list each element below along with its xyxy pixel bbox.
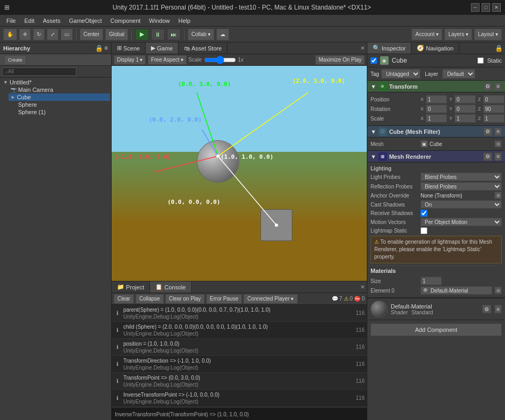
center-btn[interactable]: Center — [80, 29, 103, 40]
menu-assets[interactable]: Assets — [39, 16, 65, 25]
log-item[interactable]: ℹ TransformPoint => (0.0, 3.0, 0.0) Unit… — [112, 373, 367, 390]
transform-settings-btn[interactable]: ⚙ — [483, 82, 492, 91]
console-log-list[interactable]: ℹ parent(Sphere) = (1.0, 0.0, 0.0)(0.0, … — [112, 305, 367, 408]
tab-game[interactable]: ▶ Game — [146, 42, 179, 54]
pause-button[interactable]: ⏸ — [151, 29, 165, 40]
collab-btn[interactable]: Collab ▾ — [188, 29, 214, 40]
layers-btn[interactable]: Layers ▾ — [444, 29, 472, 40]
motion-vectors-dropdown[interactable]: Per Object Motion — [420, 218, 502, 226]
tab-asset-store[interactable]: 🛍 Asset Store — [179, 42, 228, 54]
sphere-object[interactable] — [197, 140, 239, 183]
rotation-y[interactable] — [454, 105, 476, 113]
transform-context-btn[interactable]: ≡ — [494, 82, 502, 91]
tab-console[interactable]: 📋 Console — [150, 281, 191, 293]
global-btn[interactable]: Global — [105, 29, 128, 40]
position-y[interactable] — [454, 95, 476, 104]
menu-component[interactable]: Component — [106, 16, 145, 25]
anchor-target-icon[interactable]: ⊙ — [494, 192, 502, 199]
rotation-z[interactable] — [483, 105, 504, 113]
light-probes-row: Light Probes Blend Probes — [371, 173, 502, 181]
log-item[interactable]: ℹ InverseTransformPoint => (-1.0, 0.0, 0… — [112, 390, 367, 407]
receive-shadows-checkbox[interactable] — [420, 210, 427, 217]
clear-btn[interactable]: Clear — [114, 294, 134, 304]
inspector-lock-btn[interactable]: 🔒 — [495, 45, 503, 52]
log-item[interactable]: ℹ child (Sphere) = (2.0, 0.0, 0.0)(0.0, … — [112, 322, 367, 339]
display-select[interactable]: Display 1 ▾ — [114, 55, 146, 65]
maximize-btn[interactable]: Maximize On Play — [315, 55, 365, 65]
log-item[interactable]: ℹ position = (1.0, 1.0, 0.0) UnityEngine… — [112, 339, 367, 356]
create-btn[interactable]: Create — [4, 55, 26, 65]
menu-help[interactable]: Help — [174, 16, 195, 25]
hierarchy-menu[interactable]: ≡ — [105, 45, 108, 52]
tree-item-untitled[interactable]: ▼ Untitled* — [1, 79, 110, 86]
scale-z[interactable] — [483, 114, 504, 123]
position-x[interactable] — [426, 95, 447, 104]
hand-tool[interactable]: ✋ — [3, 29, 17, 40]
rotation-x[interactable] — [426, 105, 447, 113]
static-checkbox[interactable] — [477, 57, 484, 64]
meshfilter-context-btn[interactable]: ≡ — [494, 127, 502, 136]
menu-window[interactable]: Window — [145, 16, 174, 25]
scene-viewport[interactable]: (0.0, 3.0, 0.0) (2.0, 3.0, 0.0) (0.0, 2.… — [112, 66, 367, 281]
console-close-icon[interactable]: ✕ — [360, 284, 365, 290]
meshfilter-header[interactable]: ▼ ⬡ Cube (Mesh Filter) ⚙ ≡ — [367, 126, 505, 138]
scale-x[interactable] — [426, 114, 447, 123]
move-tool[interactable]: ✛ — [19, 29, 31, 40]
menu-gameobject[interactable]: GameObject — [65, 16, 106, 25]
account-btn[interactable]: Account ▾ — [411, 29, 442, 40]
hierarchy-lock[interactable]: 🔒 — [95, 45, 103, 52]
material-context-btn[interactable]: ≡ — [494, 305, 502, 313]
add-component-btn[interactable]: Add Component — [371, 323, 502, 336]
rotate-tool[interactable]: ↻ — [33, 29, 45, 40]
tab-inspector[interactable]: 🔍 Inspector — [367, 42, 411, 54]
connected-player-btn[interactable]: Connected Player ▾ — [243, 294, 297, 304]
meshrenderer-context-btn[interactable]: ≡ — [494, 152, 502, 161]
meshrenderer-header[interactable]: ▼ ▦ Mesh Renderer ⚙ ≡ — [367, 151, 505, 162]
close-button[interactable]: ✕ — [492, 3, 501, 12]
tab-project[interactable]: 📁 Project — [112, 281, 150, 293]
transform-header[interactable]: ▼ ⊕ Transform ⚙ ≡ — [367, 81, 505, 92]
scale-tool[interactable]: ⤢ — [47, 29, 58, 40]
play-button[interactable]: ▶ — [135, 29, 149, 40]
cloud-btn[interactable]: ☁ — [216, 29, 229, 40]
tab-navigation[interactable]: 🧭 Navigation — [411, 42, 459, 54]
log-item[interactable]: ℹ parent(Sphere) = (1.0, 0.0, 0.0)(0.0, … — [112, 305, 367, 322]
materials-size[interactable] — [420, 277, 442, 285]
material-settings-btn[interactable]: ⚙ — [482, 305, 491, 313]
scale-y[interactable] — [454, 114, 476, 123]
tab-scene[interactable]: ⊞ Scene — [112, 42, 146, 54]
tag-dropdown[interactable]: Untagged — [381, 69, 420, 79]
scene-close-icon[interactable]: ✕ — [360, 45, 365, 51]
step-button[interactable]: ⏭ — [167, 29, 181, 40]
tree-item-cube[interactable]: ► Cube — [9, 93, 110, 101]
maximize-button[interactable]: □ — [482, 3, 490, 12]
tree-item-sphere1[interactable]: Sphere (1) — [16, 108, 110, 116]
position-z[interactable] — [483, 95, 504, 104]
layout-btn[interactable]: Layout ▾ — [474, 29, 502, 40]
error-pause-btn[interactable]: Error Pause — [206, 294, 242, 304]
rect-tool[interactable]: ▭ — [61, 29, 73, 40]
clear-on-play-btn[interactable]: Clear on Play — [165, 294, 205, 304]
log-item[interactable]: ℹ TransformDirection => (-1.0, 1.0, 0.0)… — [112, 356, 367, 373]
console-badges: 💬 7 ⚠ 0 ⛔ 0 — [332, 296, 365, 302]
meshrenderer-settings-btn[interactable]: ⚙ — [483, 152, 492, 161]
layer-dropdown[interactable]: Default — [442, 69, 475, 79]
meshfilter-settings-btn[interactable]: ⚙ — [483, 127, 492, 136]
menu-file[interactable]: File — [2, 16, 20, 25]
object-active-checkbox[interactable] — [371, 57, 377, 64]
lightmap-static-checkbox[interactable] — [420, 227, 427, 234]
mesh-target-icon[interactable]: ⊙ — [494, 140, 502, 148]
light-probes-dropdown[interactable]: Blend Probes — [420, 173, 502, 181]
menu-edit[interactable]: Edit — [20, 16, 39, 25]
reflection-probes-dropdown[interactable]: Blend Probes — [420, 182, 502, 191]
collapse-btn[interactable]: Collapse — [136, 294, 164, 304]
aspect-select[interactable]: Free Aspect ▾ — [148, 55, 186, 65]
cast-shadows-dropdown[interactable]: On — [420, 200, 502, 209]
scale-slider[interactable] — [204, 57, 236, 63]
cube-object[interactable] — [260, 209, 292, 241]
hierarchy-search-input[interactable] — [2, 67, 77, 76]
tree-item-maincamera[interactable]: 📷 Main Camera — [9, 86, 110, 93]
element0-target-icon[interactable]: ⊙ — [494, 287, 502, 294]
minimize-button[interactable]: ─ — [471, 3, 479, 12]
tree-item-sphere[interactable]: Sphere — [16, 101, 110, 108]
